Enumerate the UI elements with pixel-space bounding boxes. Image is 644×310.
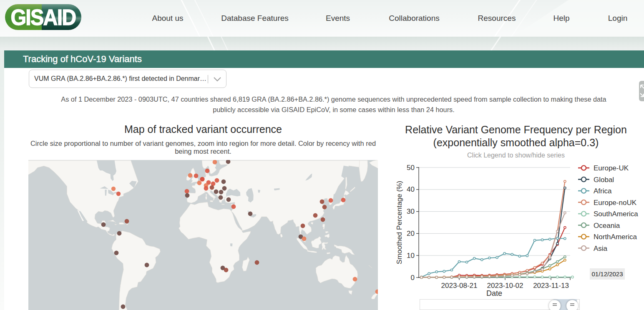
svg-text:50: 50 xyxy=(407,164,415,172)
svg-text:Global: Global xyxy=(594,176,614,184)
svg-text:Europe-noUK: Europe-noUK xyxy=(594,199,637,207)
svg-text:Smoothed Percentage (%): Smoothed Percentage (%) xyxy=(395,181,403,264)
svg-text:Asia: Asia xyxy=(594,245,608,252)
svg-text:Europe-UK: Europe-UK xyxy=(594,164,629,172)
svg-text:30: 30 xyxy=(407,208,415,215)
svg-text:GISAID: GISAID xyxy=(11,5,76,30)
svg-text:10: 10 xyxy=(407,252,415,260)
svg-text:SouthAmerica: SouthAmerica xyxy=(594,210,638,218)
svg-text:40: 40 xyxy=(407,185,415,193)
svg-text:2023-10-02: 2023-10-02 xyxy=(487,282,523,290)
svg-text:Oceania: Oceania xyxy=(594,222,620,230)
svg-text:0: 0 xyxy=(411,274,415,282)
svg-text:20: 20 xyxy=(407,230,415,238)
svg-text:NorthAmerica: NorthAmerica xyxy=(594,233,637,241)
svg-text:2023-11-13: 2023-11-13 xyxy=(533,282,569,290)
svg-text:Africa: Africa xyxy=(594,187,612,195)
svg-text:2023-08-21: 2023-08-21 xyxy=(441,282,478,290)
svg-text:Date: Date xyxy=(486,289,502,298)
